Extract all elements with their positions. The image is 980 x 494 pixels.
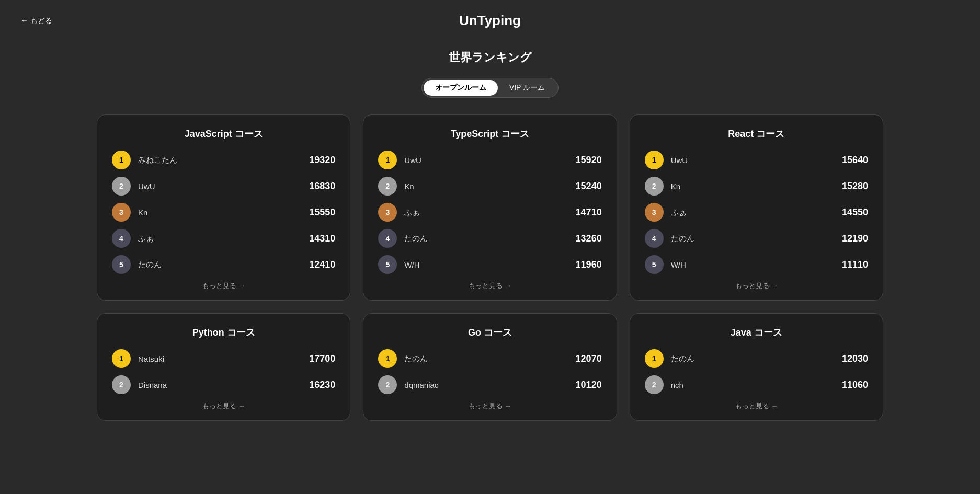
- rank-row: 4たのん12190: [645, 229, 868, 248]
- rank-name: たのん: [138, 260, 309, 270]
- rank-badge-2: 2: [378, 375, 397, 394]
- rank-name: W/H: [404, 260, 575, 269]
- rank-row: 5W/H11960: [378, 255, 601, 274]
- rank-score: 14710: [576, 207, 602, 218]
- rank-row: 2Disnana16230: [112, 375, 335, 394]
- rank-row: 5たのん12410: [112, 255, 335, 274]
- rank-row: 1みねこたん19320: [112, 151, 335, 169]
- rank-name: Natsuki: [138, 354, 309, 363]
- see-more-javascript[interactable]: もっと見る →: [112, 281, 335, 291]
- rank-badge-5: 5: [378, 255, 397, 274]
- rank-row: 5W/H11110: [645, 255, 868, 274]
- rank-name: ふぁ: [671, 208, 842, 217]
- rank-score: 14550: [842, 207, 868, 218]
- rank-score: 17700: [309, 353, 335, 364]
- rank-name: たのん: [404, 234, 575, 244]
- rank-score: 12070: [576, 353, 602, 364]
- rank-row: 1Natsuki17700: [112, 349, 335, 368]
- see-more-java[interactable]: もっと見る →: [645, 401, 868, 411]
- card-title-go: Go コース: [378, 326, 601, 339]
- tab-group: オープンルーム VIP ルーム: [421, 78, 559, 98]
- rank-row: 3ふぁ14550: [645, 203, 868, 222]
- rank-name: W/H: [671, 260, 842, 269]
- see-more-go[interactable]: もっと見る →: [378, 401, 601, 411]
- rank-badge-4: 4: [378, 229, 397, 248]
- rank-name: Disnana: [138, 381, 309, 389]
- rank-name: nch: [671, 381, 842, 389]
- rank-badge-4: 4: [112, 229, 131, 248]
- card-typescript: TypeScript コース1UwU159202Kn152403ふぁ147104…: [363, 114, 617, 301]
- rank-row: 2UwU16830: [112, 177, 335, 196]
- rank-score: 12030: [842, 353, 868, 364]
- rank-row: 1UwU15640: [645, 151, 868, 169]
- rank-badge-4: 4: [645, 229, 664, 248]
- rank-row: 2dqmaniac10120: [378, 375, 601, 394]
- card-java: Java コース1たのん120302nch11060もっと見る →: [630, 313, 883, 421]
- rank-score: 10120: [576, 380, 602, 390]
- rank-badge-1: 1: [112, 349, 131, 368]
- rank-badge-1: 1: [378, 349, 397, 368]
- rank-name: UwU: [671, 156, 842, 165]
- rank-score: 15240: [576, 181, 602, 192]
- see-more-python[interactable]: もっと見る →: [112, 401, 335, 411]
- rank-score: 15550: [309, 207, 335, 218]
- rank-badge-1: 1: [112, 151, 131, 169]
- rank-badge-5: 5: [645, 255, 664, 274]
- rank-name: ふぁ: [138, 234, 309, 244]
- rank-badge-2: 2: [112, 375, 131, 394]
- rank-score: 12410: [309, 259, 335, 270]
- rank-name: UwU: [138, 182, 309, 191]
- page-title: UnTyping: [459, 13, 521, 29]
- rank-score: 14310: [309, 233, 335, 244]
- rank-row: 4たのん13260: [378, 229, 601, 248]
- rank-name: Kn: [138, 208, 309, 217]
- card-javascript: JavaScript コース1みねこたん193202UwU168303Kn155…: [97, 114, 350, 301]
- rank-row: 2Kn15240: [378, 177, 601, 196]
- rank-row: 2nch11060: [645, 375, 868, 394]
- rank-score: 15640: [842, 155, 868, 166]
- rank-score: 19320: [309, 155, 335, 166]
- section-title: 世界ランキング: [0, 50, 980, 65]
- rank-row: 1UwU15920: [378, 151, 601, 169]
- rank-badge-5: 5: [112, 255, 131, 274]
- card-react: React コース1UwU156402Kn152803ふぁ145504たのん12…: [630, 114, 883, 301]
- rank-badge-2: 2: [112, 177, 131, 196]
- rank-name: たのん: [404, 354, 575, 364]
- rank-badge-2: 2: [645, 177, 664, 196]
- rank-badge-1: 1: [645, 151, 664, 169]
- see-more-react[interactable]: もっと見る →: [645, 281, 868, 291]
- tab-open-room[interactable]: オープンルーム: [424, 80, 498, 96]
- rank-badge-3: 3: [112, 203, 131, 222]
- rank-badge-2: 2: [378, 177, 397, 196]
- card-python: Python コース1Natsuki177002Disnana16230もっと見…: [97, 313, 350, 421]
- rank-badge-1: 1: [645, 349, 664, 368]
- card-title-react: React コース: [645, 128, 868, 140]
- card-go: Go コース1たのん120702dqmaniac10120もっと見る →: [363, 313, 617, 421]
- rank-score: 12190: [842, 233, 868, 244]
- rank-name: dqmaniac: [404, 381, 575, 389]
- rank-score: 15920: [576, 155, 602, 166]
- rank-score: 11110: [842, 259, 868, 270]
- rank-row: 4ふぁ14310: [112, 229, 335, 248]
- card-title-java: Java コース: [645, 326, 868, 339]
- rank-row: 3Kn15550: [112, 203, 335, 222]
- rank-score: 15280: [842, 181, 868, 192]
- rank-row: 1たのん12070: [378, 349, 601, 368]
- rank-score: 13260: [576, 233, 602, 244]
- rank-name: たのん: [671, 354, 842, 364]
- rank-name: ふぁ: [404, 208, 575, 217]
- rank-row: 1たのん12030: [645, 349, 868, 368]
- rank-name: みねこたん: [138, 155, 309, 165]
- see-more-typescript[interactable]: もっと見る →: [378, 281, 601, 291]
- card-title-javascript: JavaScript コース: [112, 128, 335, 140]
- rank-name: Kn: [671, 182, 842, 191]
- tab-container: オープンルーム VIP ルーム: [0, 78, 980, 98]
- cards-grid: JavaScript コース1みねこたん193202UwU168303Kn155…: [72, 114, 908, 421]
- rank-name: たのん: [671, 234, 842, 244]
- rank-score: 11960: [576, 259, 602, 270]
- tab-vip-room[interactable]: VIP ルーム: [498, 80, 556, 96]
- header: ← もどる UnTyping: [0, 0, 980, 34]
- rank-score: 16830: [309, 181, 335, 192]
- back-link[interactable]: ← もどる: [21, 16, 52, 26]
- rank-score: 16230: [309, 380, 335, 390]
